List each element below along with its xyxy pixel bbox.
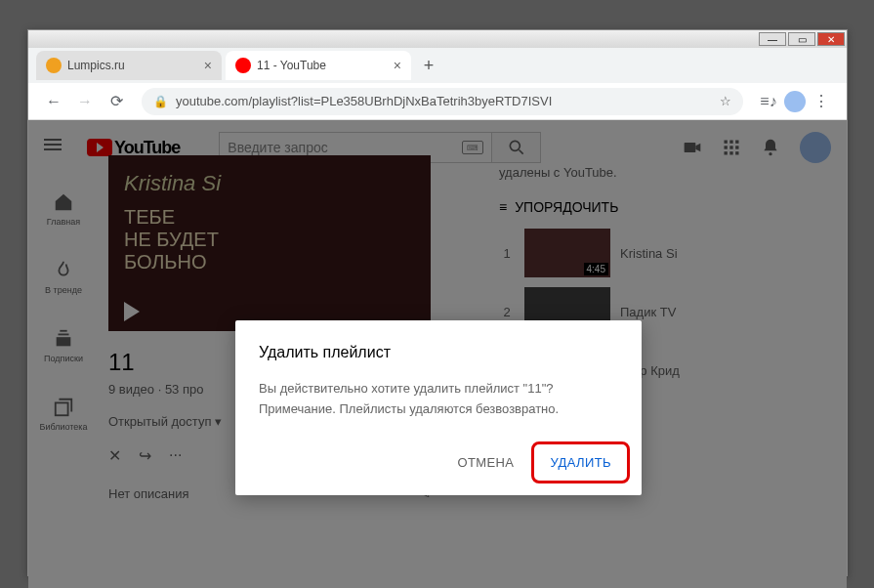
bookmark-star-icon[interactable]: ☆ bbox=[720, 94, 731, 108]
media-control-icon[interactable]: ≡♪ bbox=[757, 90, 780, 113]
tab-strip: Lumpics.ru × 11 - YouTube × + bbox=[28, 48, 847, 83]
favicon bbox=[46, 58, 62, 73]
browser-menu-button[interactable]: ⋮ bbox=[810, 90, 833, 113]
tab-title: Lumpics.ru bbox=[67, 59, 125, 72]
back-button[interactable]: ← bbox=[42, 90, 65, 113]
lock-icon: 🔒 bbox=[153, 95, 168, 108]
tutorial-highlight: УДАЛИТЬ bbox=[531, 441, 630, 483]
tab-title: 11 - YouTube bbox=[257, 59, 326, 72]
page-content: YouTube Введите запрос ⌨ bbox=[28, 120, 847, 588]
window-close-button[interactable]: ✕ bbox=[817, 32, 845, 46]
profile-avatar-button[interactable] bbox=[784, 91, 806, 112]
cancel-button[interactable]: ОТМЕНА bbox=[443, 441, 527, 483]
confirm-delete-button[interactable]: УДАЛИТЬ bbox=[536, 446, 625, 479]
tab-youtube[interactable]: 11 - YouTube × bbox=[226, 51, 411, 80]
address-bar[interactable]: 🔒 youtube.com/playlist?list=PLe358UBrhDj… bbox=[142, 88, 743, 115]
tab-close-icon[interactable]: × bbox=[204, 58, 212, 73]
window-minimize-button[interactable]: — bbox=[759, 32, 786, 46]
forward-button[interactable]: → bbox=[73, 90, 97, 113]
dialog-title: Удалить плейлист bbox=[259, 344, 618, 361]
browser-window: — ▭ ✕ Lumpics.ru × 11 - YouTube × + ← → … bbox=[27, 29, 848, 576]
window-maximize-button[interactable]: ▭ bbox=[788, 32, 815, 46]
reload-button[interactable]: ⟳ bbox=[104, 90, 128, 113]
new-tab-button[interactable]: + bbox=[415, 52, 442, 79]
tab-lumpics[interactable]: Lumpics.ru × bbox=[36, 51, 222, 80]
favicon bbox=[235, 58, 251, 73]
delete-playlist-dialog: Удалить плейлист Вы действительно хотите… bbox=[235, 320, 642, 495]
url-text: youtube.com/playlist?list=PLe358UBrhDjNx… bbox=[176, 94, 552, 108]
tab-close-icon[interactable]: × bbox=[394, 58, 401, 73]
dialog-body: Вы действительно хотите удалить плейлист… bbox=[259, 379, 618, 420]
toolbar: ← → ⟳ 🔒 youtube.com/playlist?list=PLe358… bbox=[28, 83, 847, 120]
window-titlebar: — ▭ ✕ bbox=[28, 30, 847, 48]
